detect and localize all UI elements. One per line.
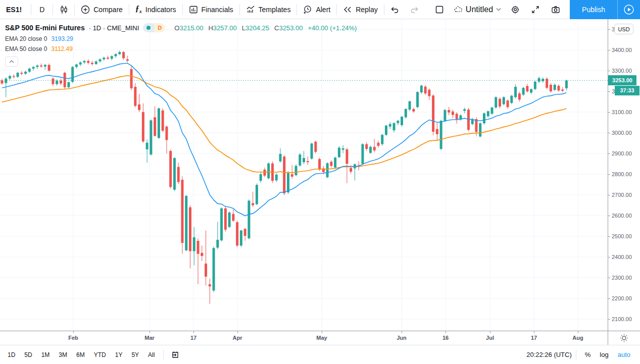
replay-button[interactable]: Replay: [337, 0, 384, 19]
indicators-button[interactable]: ƒx Indicators: [129, 0, 182, 19]
ema50-legend-row[interactable]: EMA 50 close 0 3112.49: [5, 45, 357, 53]
time-axis-tick: [490, 331, 490, 333]
bottom-toolbar: 1D5D1M3M6MYTD1Y5YAll 20:22:26 (UTC) % lo…: [0, 345, 640, 364]
chart-legend: S&P 500 E-mini Futures · 1D · CME_MINI D…: [5, 23, 357, 67]
percent-scale-button[interactable]: %: [580, 349, 596, 360]
time-axis-corner[interactable]: [608, 331, 640, 345]
range-button-5d[interactable]: 5D: [20, 349, 36, 361]
saved-layout-menu[interactable]: Untitled: [450, 5, 505, 14]
price-axis-tick: [608, 133, 610, 133]
change-value: +40.00 (+1.24%): [308, 24, 357, 32]
fullscreen-icon: [531, 5, 540, 14]
chart-style-button[interactable]: [53, 0, 74, 19]
layout-select-button[interactable]: [429, 0, 450, 19]
clock-timezone-button[interactable]: 20:22:26 (UTC): [526, 351, 572, 358]
undo-button[interactable]: [384, 0, 405, 19]
price-axis[interactable]: 3500.003400.003300.003200.003100.003000.…: [608, 19, 640, 331]
chart-settings-button[interactable]: [505, 0, 525, 19]
price-axis-label: 3100.00: [612, 109, 632, 115]
indicators-label: Indicators: [145, 6, 176, 14]
price-axis-tick: [608, 50, 610, 50]
sun-session-icon: [620, 334, 628, 342]
time-axis-tick: [73, 331, 74, 333]
financials-button[interactable]: Financials: [183, 0, 239, 19]
range-button-3m[interactable]: 3M: [54, 349, 72, 361]
market-status-dot-icon: [146, 26, 151, 30]
range-group: 1D5D1M3M6MYTD1Y5YAll: [0, 349, 159, 361]
publish-menu-button[interactable]: [617, 0, 640, 19]
price-axis-label: 3300.00: [612, 68, 632, 74]
time-axis-tick: [446, 331, 446, 333]
price-axis-tick: [608, 319, 610, 320]
price-axis-tick: [608, 91, 610, 92]
range-button-all[interactable]: All: [143, 349, 159, 361]
top-toolbar: ES1! D Compare ƒx Indicators: [0, 0, 640, 19]
templates-label: Templates: [259, 6, 291, 14]
replay-label: Replay: [356, 6, 378, 14]
snapshot-button[interactable]: [546, 0, 566, 19]
range-button-1y[interactable]: 1Y: [111, 349, 127, 361]
time-axis-tick: [237, 331, 238, 333]
ema20-value: 3193.29: [51, 35, 73, 42]
footer-right-group: 20:22:26 (UTC) % log auto: [526, 349, 640, 360]
chevron-down-icon: [496, 8, 501, 11]
divider: [576, 350, 576, 360]
symbol-title[interactable]: S&P 500 E-mini Futures: [5, 24, 85, 32]
time-axis-label: Jun: [397, 335, 407, 341]
time-axis-tick: [150, 331, 150, 333]
price-axis-label: 2900.00: [612, 150, 632, 157]
ema50-name: EMA 50 close 0: [5, 45, 47, 53]
open-value: 3215.00: [179, 24, 203, 32]
price-axis-label: 2200.00: [612, 295, 632, 301]
fullscreen-button[interactable]: [525, 0, 546, 19]
price-axis-label: 3400.00: [612, 47, 632, 53]
price-axis-tick: [608, 174, 610, 175]
time-axis-label: May: [316, 335, 327, 341]
range-button-6m[interactable]: 6M: [72, 349, 89, 361]
auto-scale-button[interactable]: auto: [613, 349, 635, 360]
time-axis-label: Mar: [144, 335, 155, 341]
ema20-legend-row[interactable]: EMA 20 close 0 3193.29: [5, 35, 357, 42]
time-axis-tick: [322, 331, 322, 333]
chart-pane[interactable]: S&P 500 E-mini Futures · 1D · CME_MINI D…: [0, 19, 608, 331]
time-axis-tick: [402, 331, 402, 333]
publish-button[interactable]: Publish: [570, 0, 617, 19]
range-button-ytd[interactable]: YTD: [89, 349, 111, 361]
price-axis-tick: [608, 153, 610, 154]
ohlc-values: O3215.00 H3257.00 L3204.25 C3253.00 +40.…: [174, 24, 357, 32]
tradingview-app: { "toolbar": { "symbol": "ES1!", "interv…: [0, 0, 640, 364]
price-axis-tick: [608, 236, 610, 237]
layout-name: Untitled: [466, 5, 493, 14]
legend-collapse-button[interactable]: [5, 57, 18, 67]
price-axis-label: 2100.00: [612, 316, 632, 322]
delayed-data-badge: D: [154, 23, 165, 32]
price-axis-tick: [608, 257, 610, 257]
price-axis-label: 2300.00: [612, 275, 632, 281]
price-axis-label: 2500.00: [612, 233, 632, 239]
time-axis[interactable]: FebMar17AprMayJun16Jul17Aug: [0, 331, 608, 345]
price-axis-tick: [608, 278, 610, 278]
redo-button[interactable]: [405, 0, 425, 19]
alert-button[interactable]: Alert: [297, 0, 336, 19]
toolbar-right-group: Untitled: [429, 0, 640, 19]
log-scale-button[interactable]: log: [595, 349, 613, 360]
publish-split-button: Publish: [570, 0, 640, 19]
range-button-5y[interactable]: 5Y: [127, 349, 143, 361]
market-status-pill[interactable]: D: [143, 23, 165, 32]
go-to-date-button[interactable]: [168, 345, 183, 364]
range-button-1m[interactable]: 1M: [37, 349, 55, 361]
alert-label: Alert: [316, 6, 330, 14]
gear-icon: [511, 5, 520, 14]
templates-button[interactable]: Templates: [240, 0, 297, 19]
plus-circle-icon: [81, 5, 90, 14]
price-axis-label: 2600.00: [612, 213, 632, 219]
time-axis-label: Apr: [233, 335, 242, 341]
interval-button[interactable]: D: [31, 0, 53, 19]
high-value: 3257.00: [213, 24, 237, 32]
compare-label: Compare: [93, 6, 123, 14]
currency-button[interactable]: USD: [614, 24, 633, 34]
price-axis-tick: [608, 216, 610, 216]
symbol-search-button[interactable]: ES1!: [0, 0, 31, 19]
range-button-1d[interactable]: 1D: [3, 349, 20, 361]
compare-button[interactable]: Compare: [75, 0, 129, 19]
